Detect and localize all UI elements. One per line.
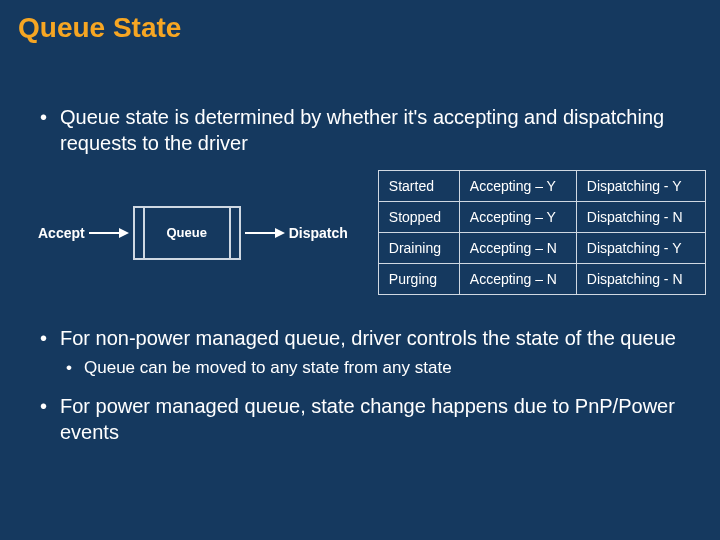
arrow-right-icon xyxy=(89,226,129,240)
accept-cell: Accepting – N xyxy=(459,233,576,264)
dispatch-cell: Dispatching - Y xyxy=(576,233,705,264)
state-cell: Started xyxy=(378,171,459,202)
svg-marker-1 xyxy=(119,228,129,238)
bullet-3: For power managed queue, state change ha… xyxy=(60,393,702,445)
bullet-2-sub: Queue can be moved to any state from any… xyxy=(84,357,698,379)
queue-box: Queue xyxy=(133,206,241,260)
accept-cell: Accepting – Y xyxy=(459,171,576,202)
sub-bullet-list: Queue can be moved to any state from any… xyxy=(60,357,698,379)
table-row: Draining Accepting – N Dispatching - Y xyxy=(378,233,705,264)
svg-marker-3 xyxy=(275,228,285,238)
bullet-list: Queue state is determined by whether it'… xyxy=(18,104,702,156)
dispatch-cell: Dispatching - N xyxy=(576,264,705,295)
state-cell: Stopped xyxy=(378,202,459,233)
state-cell: Purging xyxy=(378,264,459,295)
diagram-and-table-row: Accept Queue Dispatch xyxy=(38,170,702,295)
bullet-2-text: For non-power managed queue, driver cont… xyxy=(60,327,676,349)
queue-cell xyxy=(135,208,145,258)
bullet-list-2: For non-power managed queue, driver cont… xyxy=(18,325,702,445)
queue-diagram: Accept Queue Dispatch xyxy=(38,206,348,260)
queue-cell xyxy=(229,208,239,258)
dispatch-label: Dispatch xyxy=(289,225,348,241)
slide-title: Queue State xyxy=(18,12,702,44)
bullet-2: For non-power managed queue, driver cont… xyxy=(60,325,702,379)
accept-cell: Accepting – N xyxy=(459,264,576,295)
slide: Queue State Queue state is determined by… xyxy=(0,0,720,540)
dispatch-cell: Dispatching - N xyxy=(576,202,705,233)
state-table: Started Accepting – Y Dispatching - Y St… xyxy=(378,170,706,295)
dispatch-cell: Dispatching - Y xyxy=(576,171,705,202)
table-row: Started Accepting – Y Dispatching - Y xyxy=(378,171,705,202)
table-row: Stopped Accepting – Y Dispatching - N xyxy=(378,202,705,233)
arrow-right-icon xyxy=(245,226,285,240)
queue-label: Queue xyxy=(145,208,229,258)
accept-label: Accept xyxy=(38,225,85,241)
table-row: Purging Accepting – N Dispatching - N xyxy=(378,264,705,295)
state-cell: Draining xyxy=(378,233,459,264)
accept-cell: Accepting – Y xyxy=(459,202,576,233)
bullet-1: Queue state is determined by whether it'… xyxy=(60,104,702,156)
